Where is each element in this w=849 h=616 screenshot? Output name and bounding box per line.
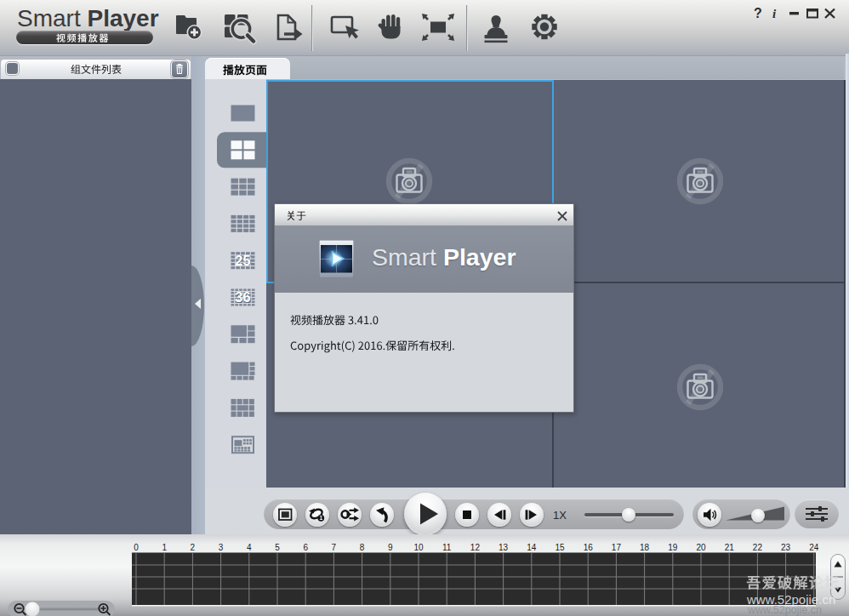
svg-text:24: 24 bbox=[809, 543, 819, 552]
svg-text:20: 20 bbox=[696, 543, 706, 552]
svg-text:22: 22 bbox=[753, 543, 763, 552]
svg-text:21: 21 bbox=[725, 543, 735, 552]
svg-text:19: 19 bbox=[668, 543, 678, 552]
svg-text:1: 1 bbox=[319, 515, 322, 521]
svg-text:0: 0 bbox=[134, 543, 139, 552]
svg-text:12: 12 bbox=[470, 543, 481, 552]
svg-text:23: 23 bbox=[781, 543, 791, 552]
svg-text:11: 11 bbox=[442, 543, 452, 552]
svg-text:8: 8 bbox=[360, 543, 365, 552]
svg-text:10: 10 bbox=[413, 543, 424, 552]
svg-text:14: 14 bbox=[527, 543, 537, 552]
svg-text:i: i bbox=[772, 7, 777, 20]
svg-text:9: 9 bbox=[388, 543, 393, 552]
svg-text:36: 36 bbox=[235, 289, 250, 305]
svg-text:25: 25 bbox=[235, 253, 250, 268]
svg-text:5: 5 bbox=[275, 543, 280, 552]
svg-text:6: 6 bbox=[303, 543, 308, 552]
svg-text:?: ? bbox=[754, 6, 762, 20]
svg-text:2: 2 bbox=[191, 543, 196, 552]
svg-text:4: 4 bbox=[247, 543, 252, 552]
svg-text:15: 15 bbox=[555, 543, 565, 552]
svg-text:13: 13 bbox=[499, 543, 509, 552]
svg-text:17: 17 bbox=[612, 543, 622, 552]
svg-text:3: 3 bbox=[219, 543, 224, 552]
svg-text:18: 18 bbox=[640, 543, 650, 552]
svg-text:7: 7 bbox=[332, 543, 337, 552]
svg-text:16: 16 bbox=[584, 543, 594, 552]
svg-text:1: 1 bbox=[162, 543, 167, 552]
